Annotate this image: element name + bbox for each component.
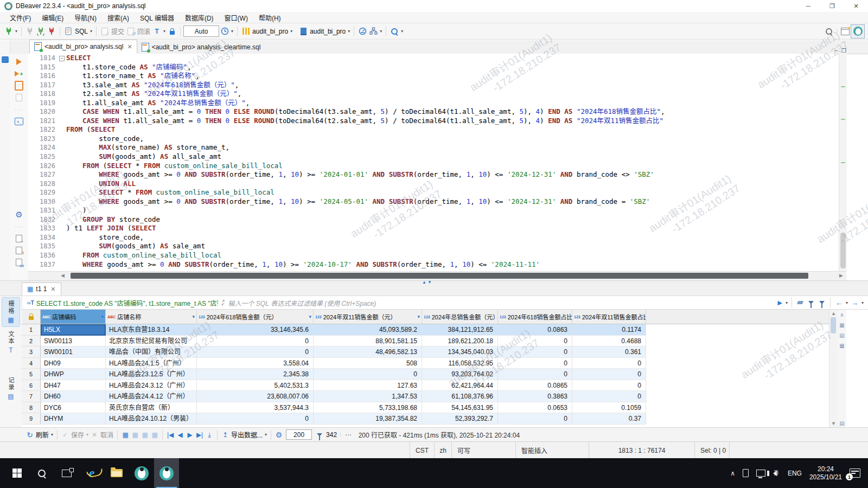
export-file-icon[interactable]: → <box>10 233 28 245</box>
rollback-label[interactable]: 回滚 <box>137 27 150 36</box>
table-cell[interactable]: HLA唯品会24.1.5（广州） <box>106 358 197 369</box>
column-filter-caret-icon[interactable]: ▾ <box>192 314 195 319</box>
table-cell[interactable]: 88,901,581.15 <box>314 336 422 347</box>
taskbar-explorer-icon[interactable] <box>104 458 129 488</box>
network-icon[interactable] <box>756 470 765 477</box>
close-button[interactable]: ✕ <box>844 0 868 12</box>
action-center-icon[interactable]: 1 <box>850 468 860 478</box>
table-cell[interactable]: 0.0863 <box>498 324 572 336</box>
table-row[interactable]: 7DH60HLA唯品会24.4.12（广州）23,608,007.061,347… <box>22 391 829 402</box>
export-data-icon[interactable]: ↥ <box>220 430 230 440</box>
table-cell[interactable]: 3,558.04 <box>197 358 314 369</box>
refresh-icon[interactable]: ↻ <box>25 430 35 440</box>
table-row[interactable]: 5DHWPHLA唯品会23.12.5（广州）2,345.38093,203,76… <box>22 369 829 380</box>
commit-mode-combo[interactable]: Auto <box>183 25 219 37</box>
table-cell[interactable]: 127.63 <box>314 380 422 391</box>
row-number[interactable]: 9 <box>22 413 41 425</box>
dashboard-icon[interactable] <box>357 25 368 37</box>
view-text[interactable]: 文本 T <box>2 328 20 357</box>
code-line[interactable]: 1834 store_code, <box>28 233 839 242</box>
table-cell[interactable]: 19,387,354.82 <box>314 413 422 425</box>
fetch-size-input[interactable]: 200 <box>286 429 312 440</box>
code-line[interactable]: 1825 SUM(goods_amt) AS all_sale_amt <box>28 152 839 162</box>
table-cell[interactable]: 0 <box>572 369 646 380</box>
table-cell[interactable]: 5,402,531.3 <box>197 380 314 391</box>
column-filter-caret-icon[interactable]: ▾ <box>417 314 420 319</box>
table-cell[interactable]: 54,145,631.95 <box>422 402 498 414</box>
explain-plan-icon[interactable] <box>10 92 28 104</box>
code-line[interactable]: 1821 CASE WHEN t1.all_sale_amt = 0 THEN … <box>28 117 839 126</box>
status-timezone[interactable]: CST <box>410 442 434 459</box>
transaction-log-icon[interactable] <box>219 25 230 37</box>
new-connection-icon[interactable] <box>3 25 14 37</box>
panel-bottom-icon[interactable]: ▤ <box>839 420 844 426</box>
network-caret[interactable]: ▾ <box>380 29 382 34</box>
code-line[interactable]: 1818 t2.sale_amt AS "2024年双11销售金额（元）", <box>28 89 839 99</box>
menu-database[interactable]: 数据库(D) <box>181 12 218 23</box>
table-cell[interactable]: 0 <box>197 413 314 425</box>
fold-collapse-icon[interactable]: – <box>59 56 65 61</box>
table-cell[interactable]: 52,393,292.7 <box>422 413 498 425</box>
grid-settings-gear-icon[interactable]: ⚙ <box>274 430 284 440</box>
grid-scroll-up-icon[interactable]: ▲ <box>831 311 836 316</box>
code-line[interactable]: 1835 SUM(goods_amt) AS sale_amt <box>28 242 839 251</box>
table-cell[interactable]: 0 <box>572 358 646 369</box>
code-line[interactable]: 1814–SELECT <box>28 54 839 63</box>
table-row[interactable]: 2SW00113北京京东世纪贸易有限公司088,901,581.15189,62… <box>22 336 829 347</box>
menu-search[interactable]: 搜索(A) <box>103 12 133 23</box>
scrollbar-thumb[interactable] <box>840 233 846 268</box>
commit-icon[interactable]: ✓ <box>99 25 110 37</box>
table-cell[interactable]: DYC6 <box>41 402 106 414</box>
add-row-icon[interactable]: ▦ <box>130 430 140 440</box>
fetch-all-icon[interactable]: ⤓ <box>205 430 214 440</box>
last-page-icon[interactable]: ▶| <box>195 430 205 440</box>
sql-editor-icon[interactable] <box>63 25 74 37</box>
table-cell[interactable]: 3,537,944.3 <box>197 402 314 414</box>
status-caret-position[interactable]: 1813 : 1 : 76174 <box>589 442 694 459</box>
database-navigator-icon[interactable] <box>2 56 9 63</box>
table-cell[interactable]: 0 <box>572 380 646 391</box>
table-cell[interactable]: 0 <box>197 346 314 358</box>
connection-selector[interactable]: audit_bi_pro <box>252 28 288 35</box>
sql-code-editor[interactable]: 1814–SELECT1815 t1.store_code AS "店铺编码",… <box>28 54 839 271</box>
sql-search-icon[interactable] <box>389 25 400 37</box>
expand-filter-icon[interactable]: ↗↙ <box>221 300 225 305</box>
table-cell[interactable]: DHWP <box>41 369 106 380</box>
scroll-right-icon[interactable]: ▶ <box>839 273 843 278</box>
row-number[interactable]: 6 <box>22 380 41 391</box>
usb-icon[interactable] <box>743 469 749 477</box>
rollback-icon[interactable]: ↺ <box>125 25 136 37</box>
history-forward-caret[interactable]: ▾ <box>861 300 864 305</box>
tray-clock[interactable]: 20:24 2025/10/21 <box>809 465 842 481</box>
code-line[interactable]: 1826 FROM (SELECT * FROM custom_online_s… <box>28 162 839 171</box>
filter-input[interactable]: 输入一个 SQL 表达式来过滤结果 (使用 Ctrl+Space) <box>228 298 775 307</box>
reconnect-icon[interactable] <box>35 25 46 37</box>
table-cell[interactable]: 北京京东世纪贸易有限公司 <box>106 336 197 347</box>
table-cell[interactable]: 45,093,589.2 <box>314 324 422 336</box>
apply-filter-icon[interactable]: ▶ <box>777 299 782 306</box>
code-line[interactable]: 1817 t3.sale_amt AS "2024年618销售金额（元）", <box>28 81 839 90</box>
menu-edit[interactable]: 编辑(E) <box>37 12 68 23</box>
edit-row-icon[interactable]: ▦ <box>120 430 130 440</box>
code-line[interactable]: 1815 t1.store_code AS "店铺编码", <box>28 63 839 72</box>
code-line[interactable]: 1833) t1 LEFT JOIN (SELECT <box>28 224 839 233</box>
prev-page-icon[interactable]: ◀ <box>175 430 185 440</box>
user-profile-button[interactable] <box>851 24 865 38</box>
code-line[interactable]: 1828 UNION ALL <box>28 179 839 189</box>
value-panel-icon[interactable]: ▦ <box>839 322 844 328</box>
table-cell[interactable]: 508 <box>314 358 422 369</box>
results-tab-t1[interactable]: ▦ t1 1 ✕ <box>22 282 61 296</box>
table-cell[interactable]: 62,421,964.44 <box>422 380 498 391</box>
row-number[interactable]: 7 <box>22 391 41 402</box>
filter-history-caret[interactable]: ▾ <box>786 300 788 305</box>
table-cell[interactable]: DH09 <box>41 358 106 369</box>
transaction-log-caret[interactable]: ▾ <box>231 29 233 34</box>
history-forward-icon[interactable]: → <box>851 299 858 307</box>
row-number[interactable]: 1 <box>22 324 41 336</box>
database-caret[interactable]: ▾ <box>348 29 350 34</box>
code-line[interactable]: 1822FROM (SELECT <box>28 125 839 134</box>
table-cell[interactable]: 0.37 <box>572 413 646 425</box>
grid-vertical-scrollbar[interactable]: ▲ ▼ <box>829 310 838 427</box>
lock-icon[interactable] <box>167 25 177 37</box>
save-caret[interactable]: ▾ <box>86 432 88 437</box>
